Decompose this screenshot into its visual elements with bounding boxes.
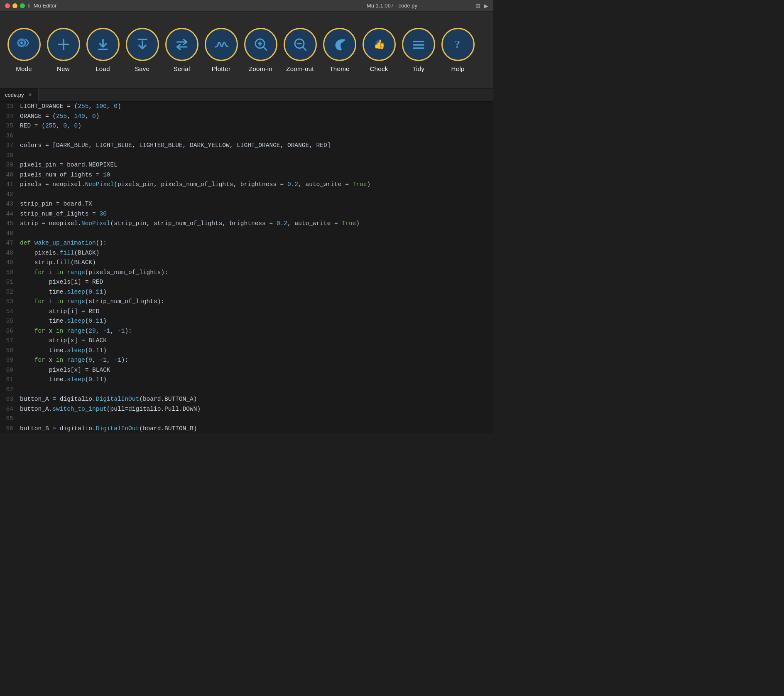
table-row: 49 strip.fill(BLACK) <box>0 258 493 268</box>
title-bar-icon-1[interactable]: ⊞ <box>475 2 480 9</box>
table-row: 44 strip_num_of_lights = 30 <box>0 209 493 219</box>
table-row: 48 pixels.fill(BLACK) <box>0 248 493 258</box>
new-button[interactable]: New <box>44 16 83 84</box>
svg-line-10 <box>263 47 267 50</box>
line-number: 50 <box>0 268 18 278</box>
table-row: 65 <box>0 414 493 424</box>
help-button[interactable]: ? Help <box>438 16 478 84</box>
line-number: 51 <box>0 277 18 287</box>
line-content: LIGHT_ORANGE = (255, 100, 0) <box>18 102 121 112</box>
tab-bar: code.py ✕ <box>0 88 493 102</box>
line-number: 49 <box>0 258 18 268</box>
line-content: colors = [DARK_BLUE, LIGHT_BLUE, LIGHTER… <box>18 141 331 151</box>
line-content: strip[x] = BLACK <box>18 336 107 346</box>
help-label: Help <box>451 65 464 72</box>
line-content: for x in range(29, -1, -1): <box>18 326 132 336</box>
line-content: time.sleep(0.11) <box>18 316 107 326</box>
plotter-button[interactable]: Plotter <box>201 16 241 84</box>
apple-icon:  <box>28 2 30 9</box>
line-number: 59 <box>0 355 18 365</box>
help-icon: ? <box>441 28 475 61</box>
line-content: pixels.fill(BLACK) <box>18 248 99 258</box>
zoom-in-button[interactable]: Zoom-in <box>241 16 280 84</box>
code-py-tab[interactable]: code.py ✕ <box>0 88 39 101</box>
title-bar-icon-2[interactable]: ▶ <box>484 2 488 9</box>
table-row: 55 time.sleep(0.11) <box>0 316 493 326</box>
table-row: 64 button_A.switch_to_input(pull=digital… <box>0 404 493 414</box>
table-row: 34 ORANGE = (255, 140, 0) <box>0 112 493 122</box>
line-content: time.sleep(0.11) <box>18 287 107 297</box>
line-number: 53 <box>0 297 18 307</box>
line-number: 36 <box>0 131 18 141</box>
table-row: 45 strip = neopixel.NeoPixel(strip_pin, … <box>0 219 493 229</box>
zoom-out-button[interactable]: Zoom-out <box>280 16 320 84</box>
line-number: 40 <box>0 170 18 180</box>
line-content: time.sleep(0.11) <box>18 375 107 385</box>
tab-name: code.py <box>5 92 24 98</box>
load-icon <box>86 28 120 61</box>
table-row: 43 strip_pin = board.TX <box>0 199 493 209</box>
maximize-button[interactable] <box>20 3 25 8</box>
new-label: New <box>57 65 70 72</box>
table-row: 61 time.sleep(0.11) <box>0 375 493 385</box>
save-label: Save <box>135 65 149 72</box>
line-number: 43 <box>0 199 18 209</box>
line-number: 37 <box>0 141 18 151</box>
serial-button[interactable]: Serial <box>162 16 201 84</box>
line-content: pixels[x] = BLACK <box>18 365 110 375</box>
line-number: 56 <box>0 326 18 336</box>
line-number: 55 <box>0 316 18 326</box>
line-number: 38 <box>0 151 18 161</box>
table-row: 52 time.sleep(0.11) <box>0 287 493 297</box>
title-bar-left:  Mu Editor <box>5 2 56 9</box>
traffic-lights <box>5 3 25 8</box>
table-row: 57 strip[x] = BLACK <box>0 336 493 346</box>
check-button[interactable]: 👍 Check <box>359 16 399 84</box>
minimize-button[interactable] <box>12 3 17 8</box>
table-row: 33 LIGHT_ORANGE = (255, 100, 0) <box>0 102 493 112</box>
table-row: 58 time.sleep(0.11) <box>0 346 493 356</box>
table-row: 63 button_A = digitalio.DigitalInOut(boa… <box>0 395 493 404</box>
close-button[interactable] <box>5 3 10 8</box>
mode-label: Mode <box>16 65 32 72</box>
line-content: RED = (255, 0, 0) <box>18 121 81 131</box>
table-row: 39 pixels_pin = board.NEOPIXEL <box>0 160 493 170</box>
line-content: button_B = digitalio.DigitalInOut(board.… <box>18 424 197 434</box>
line-number: 39 <box>0 160 18 170</box>
line-number: 35 <box>0 121 18 131</box>
line-content <box>18 385 24 395</box>
table-row: 56 for x in range(29, -1, -1): <box>0 326 493 336</box>
line-number: 46 <box>0 229 18 239</box>
line-number: 60 <box>0 365 18 375</box>
table-row: 40 pixels_num_of_lights = 10 <box>0 170 493 180</box>
svg-text:?: ? <box>455 38 460 50</box>
code-editor[interactable]: 33 LIGHT_ORANGE = (255, 100, 0) 34 ORANG… <box>0 102 493 696</box>
code-content: 33 LIGHT_ORANGE = (255, 100, 0) 34 ORANG… <box>0 102 493 434</box>
line-number: 57 <box>0 336 18 346</box>
line-number: 63 <box>0 395 18 404</box>
line-content: ORANGE = (255, 140, 0) <box>18 112 99 122</box>
line-content: pixels_pin = board.NEOPIXEL <box>18 160 118 170</box>
tab-close-button[interactable]: ✕ <box>27 92 33 98</box>
line-content: strip = neopixel.NeoPixel(strip_pin, str… <box>18 219 360 229</box>
line-number: 42 <box>0 190 18 200</box>
mode-button[interactable]: Mode <box>4 16 44 84</box>
table-row: 41 pixels = neopixel.NeoPixel(pixels_pin… <box>0 180 493 190</box>
plotter-label: Plotter <box>212 65 230 72</box>
table-row: 59 for x in range(9, -1, -1): <box>0 355 493 365</box>
line-number: 61 <box>0 375 18 385</box>
line-content: for x in range(9, -1, -1): <box>18 355 128 365</box>
check-label: Check <box>370 65 388 72</box>
save-button[interactable]: Save <box>122 16 162 84</box>
toolbar: Mode New Load Save <box>0 12 493 88</box>
load-button[interactable]: Load <box>83 16 122 84</box>
line-number: 62 <box>0 385 18 395</box>
tidy-button[interactable]: Tidy <box>399 16 438 84</box>
serial-icon <box>165 28 198 61</box>
line-content: strip_num_of_lights = 30 <box>18 209 107 219</box>
zoom-in-icon <box>244 28 277 61</box>
line-content <box>18 190 24 200</box>
theme-button[interactable]: Theme <box>320 16 359 84</box>
tidy-label: Tidy <box>412 65 424 72</box>
line-content: pixels_num_of_lights = 10 <box>18 170 110 180</box>
